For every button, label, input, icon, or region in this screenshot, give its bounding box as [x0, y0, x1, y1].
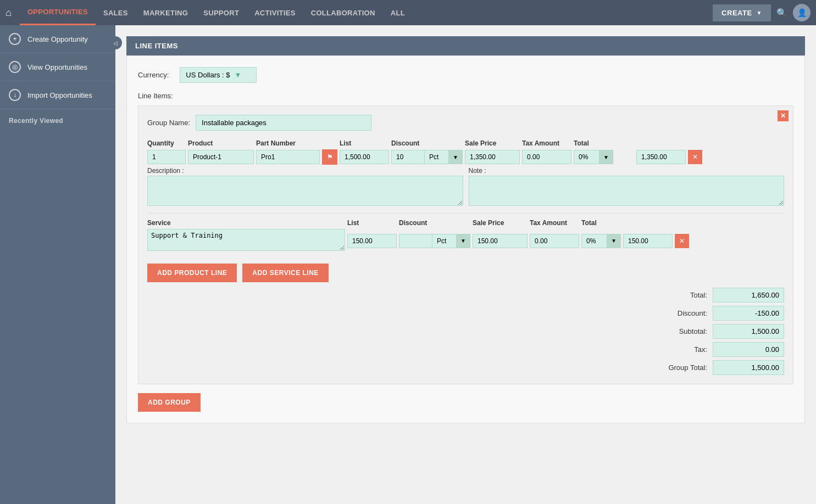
group-box: ✕ Group Name: Quantity Product Part Numb…	[138, 105, 793, 384]
service-discount-cell: Pct ▼	[399, 234, 470, 248]
service-total-input[interactable]	[623, 234, 673, 248]
header-sale-price: Sale Price	[465, 139, 520, 147]
product-total-input[interactable]	[636, 150, 686, 164]
subtotal-label: Subtotal:	[636, 327, 707, 335]
currency-select[interactable]: US Dollars : $ ▼	[180, 67, 257, 83]
note-textarea[interactable]	[469, 176, 785, 206]
subtotal-value: 1,500.00	[713, 324, 784, 339]
quantity-cell	[147, 150, 186, 164]
total-label: Total:	[636, 291, 707, 299]
sale-price-input[interactable]	[465, 150, 520, 164]
nav-item-collaboration[interactable]: COLLABORATION	[303, 0, 383, 25]
service-sale-price-input[interactable]	[473, 234, 528, 248]
tax-amount-input[interactable]	[522, 150, 571, 164]
delete-service-line-button[interactable]: ✕	[675, 234, 689, 248]
total-tax-cell: 0% ▼	[574, 150, 634, 164]
product-input[interactable]	[188, 150, 254, 164]
group-name-input[interactable]	[196, 115, 371, 131]
totals-grid: Total: 1,650.00 Discount: -150.00 Subtot…	[636, 288, 784, 375]
currency-value: US Dollars : $	[186, 71, 230, 79]
discount-input[interactable]	[391, 150, 424, 164]
service-tax-pct-select[interactable]: 0% ▼	[581, 234, 621, 248]
group-close-button[interactable]: ✕	[778, 110, 789, 121]
currency-row: Currency: US Dollars : $ ▼	[138, 67, 793, 83]
tax-pct-select[interactable]: 0% ▼	[574, 150, 613, 164]
sale-price-cell	[465, 150, 520, 164]
group-name-row: Group Name:	[147, 115, 784, 131]
nav-item-opportunities[interactable]: OPPORTUNITIES	[20, 0, 96, 25]
add-buttons-row: ADD PRODUCT LINE ADD SERVICE LINE	[147, 264, 784, 282]
section-divider	[147, 213, 784, 214]
product-line-headers: Quantity Product Part Number List Discou…	[147, 139, 784, 147]
header-discount: Discount	[391, 139, 463, 147]
list-price-input[interactable]	[340, 150, 389, 164]
discount-value: -150.00	[713, 306, 784, 321]
description-column: Description :	[147, 167, 463, 208]
sidebar-item-import-label: Import Opportunities	[27, 91, 92, 99]
desc-note-row: Description : Note :	[147, 167, 784, 208]
service-line-headers: Service List Discount Sale Price Tax Amo…	[147, 219, 784, 227]
note-column: Note :	[469, 167, 785, 208]
service-discount-arrow[interactable]: ▼	[456, 234, 470, 248]
service-sale-price-cell	[473, 234, 528, 248]
header-service: Service	[147, 219, 345, 227]
product-total-cell: ✕	[636, 150, 702, 164]
part-number-cell: ⚑	[256, 149, 337, 165]
product-lookup-button[interactable]: ⚑	[322, 149, 337, 165]
nav-item-marketing[interactable]: MARKETING	[136, 0, 196, 25]
create-button[interactable]: CREATE ▼	[713, 4, 771, 21]
service-list-input[interactable]	[347, 234, 397, 248]
sidebar-item-view-opportunities[interactable]: ◎ View Opportunities	[0, 53, 115, 81]
service-total-cell: ✕	[623, 234, 689, 248]
tax-pct-arrow[interactable]: ▼	[599, 150, 613, 164]
tax-pct-text: 0%	[574, 150, 599, 164]
sidebar-item-view-label: View Opportunities	[27, 63, 87, 71]
group-total-value: 1,500.00	[713, 360, 784, 375]
add-service-line-button[interactable]: ADD SERVICE LINE	[242, 264, 328, 282]
service-discount-type-select[interactable]: Pct ▼	[432, 234, 470, 248]
service-discount-input[interactable]	[399, 234, 432, 248]
service-header-sale-price: Sale Price	[473, 219, 528, 227]
delete-product-line-button[interactable]: ✕	[688, 150, 702, 164]
totals-container: Total: 1,650.00 Discount: -150.00 Subtot…	[147, 288, 784, 375]
recently-viewed-title: Recently Viewed	[0, 109, 115, 128]
product-cell	[188, 150, 254, 164]
import-opportunities-icon: ↓	[9, 89, 21, 101]
header-list: List	[340, 139, 389, 147]
line-items-section-body: Currency: US Dollars : $ ▼ Line Items: ✕…	[126, 55, 805, 423]
create-caret-icon: ▼	[757, 10, 762, 16]
home-icon[interactable]: ⌂	[5, 7, 12, 19]
view-opportunities-icon: ◎	[9, 61, 21, 73]
description-textarea[interactable]	[147, 176, 463, 206]
nav-item-all[interactable]: ALL	[383, 0, 413, 25]
service-header-discount: Discount	[399, 219, 470, 227]
header-quantity: Quantity	[147, 139, 186, 147]
line-items-section-header: LINE ITEMS	[126, 36, 805, 55]
service-tax-amount-input[interactable]	[530, 234, 579, 248]
part-number-input[interactable]	[256, 150, 320, 164]
list-price-cell	[340, 150, 389, 164]
add-product-line-button[interactable]: ADD PRODUCT LINE	[147, 264, 237, 282]
sidebar-item-import-opportunities[interactable]: ↓ Import Opportunities	[0, 81, 115, 109]
header-total: Total	[574, 139, 634, 147]
tax-value: 0.00	[713, 342, 784, 357]
layout: ◁ + Create Opportunity ◎ View Opportunit…	[0, 25, 816, 504]
nav-item-sales[interactable]: SALES	[96, 0, 136, 25]
search-icon[interactable]: 🔍	[776, 8, 787, 18]
sidebar-collapse-button[interactable]: ◁	[109, 36, 122, 49]
sidebar-item-create-opportunity[interactable]: + Create Opportunity	[0, 25, 115, 53]
quantity-input[interactable]	[147, 150, 186, 164]
create-label: CREATE	[721, 9, 752, 17]
discount-type-arrow[interactable]: ▼	[448, 150, 463, 164]
nav-item-activities[interactable]: ACTIVITIES	[247, 0, 303, 25]
nav-item-support[interactable]: SUPPORT	[196, 0, 247, 25]
service-tax-pct-arrow[interactable]: ▼	[607, 234, 621, 248]
service-list-cell	[347, 234, 397, 248]
add-group-button[interactable]: ADD GROUP	[138, 393, 201, 412]
discount-label: Discount:	[636, 309, 707, 317]
discount-type-select[interactable]: Pct ▼	[424, 150, 463, 164]
service-header-tax-amount: Tax Amount	[530, 219, 579, 227]
avatar[interactable]: 👤	[793, 4, 811, 21]
service-textarea[interactable]: Support & Training	[147, 229, 345, 251]
service-line-row: Support & Training Pct ▼	[147, 229, 784, 253]
